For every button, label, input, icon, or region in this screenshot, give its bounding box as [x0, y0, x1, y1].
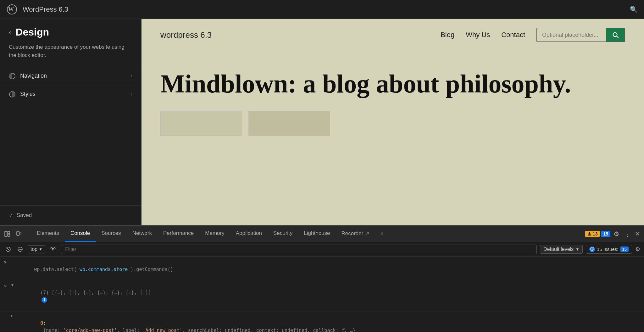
devtools-panel: Elements Console Sources Network Perform…	[0, 225, 644, 332]
preview-hero: Mindblown: a blog about philosophy.	[142, 51, 644, 111]
svg-line-5	[617, 36, 618, 38]
tab-memory[interactable]: Memory	[199, 226, 230, 242]
svg-rect-6	[5, 231, 7, 236]
svg-text:W: W	[8, 6, 14, 13]
styles-icon	[9, 91, 16, 97]
tab-console[interactable]: Console	[65, 226, 96, 242]
chevron-right-icon: ›	[130, 73, 132, 79]
devtools-more-icon[interactable]: ⋮	[622, 228, 632, 240]
wordpress-logo: W	[6, 4, 18, 15]
devtools-inspect-icon[interactable]	[3, 229, 12, 239]
preview-cards	[142, 111, 644, 136]
preview-search-box	[536, 28, 625, 42]
navigation-icon	[9, 73, 16, 79]
preview-card-2	[248, 111, 330, 136]
tab-performance[interactable]: Performance	[158, 226, 199, 242]
issues-info-icon: ⓘ	[589, 246, 595, 252]
preview-search-button[interactable]	[606, 28, 625, 42]
console-output-array: (7) [{…}, {…}, {…}, {…}, {…}, {…}, {…}] …	[18, 282, 640, 311]
array-info-icon: i	[42, 297, 47, 303]
issues-count-badge: 15	[620, 246, 629, 252]
tab-recorder[interactable]: Recorder ↗	[336, 226, 375, 242]
console-output-line-0: < ▼ (7) [{…}, {…}, {…}, {…}, {…}, {…}, {…	[0, 281, 644, 312]
console-filter-input[interactable]	[61, 245, 537, 254]
svg-rect-10	[20, 232, 21, 235]
console-clear-icon[interactable]	[4, 245, 13, 254]
tab-network[interactable]: Network	[127, 226, 158, 242]
chevron-down-icon: ▼	[39, 247, 42, 252]
devtools-tab-icons	[3, 229, 27, 239]
issues-label: 15 Issues:	[597, 246, 618, 252]
top-context-selector[interactable]: top ▼	[28, 245, 45, 253]
preview-area: wordpress 6.3 Blog Why Us Contact Mindb	[142, 19, 644, 225]
preview-headline: Mindblown: a blog about philosophy.	[160, 70, 625, 98]
svg-rect-7	[8, 231, 10, 234]
preview-nav: Blog Why Us Contact	[441, 28, 625, 42]
preview-header: wordpress 6.3 Blog Why Us Contact	[142, 19, 644, 51]
console-toolbar: top ▼ 👁 Default levels ▼ ⓘ 15 Issues: 15…	[0, 242, 644, 257]
styles-label: Styles	[20, 91, 126, 97]
console-gear-icon[interactable]: ⚙	[635, 246, 640, 253]
saved-label: Saved	[17, 212, 32, 219]
console-return-icon: <	[4, 282, 9, 290]
sidebar-title: Design	[15, 26, 49, 38]
console-input-line: > wp.data.select( wp.commands.store ).ge…	[0, 258, 644, 281]
devtools-settings-icon[interactable]: ⚙	[612, 228, 621, 240]
preview-site-title: wordpress 6.3	[160, 30, 212, 40]
console-prompt-icon: >	[4, 259, 9, 266]
devtools-mobile-icon[interactable]	[14, 229, 23, 239]
warning-count: 13	[593, 231, 598, 236]
info-badge[interactable]: 15	[601, 231, 610, 237]
console-block-icon[interactable]	[16, 245, 25, 254]
devtools-close-button[interactable]: ✕	[634, 229, 641, 239]
preview-nav-blog[interactable]: Blog	[441, 31, 454, 39]
sidebar-item-styles[interactable]: Styles ›	[0, 85, 141, 103]
sidebar-nav: Navigation › Styles ›	[0, 67, 141, 103]
sidebar-footer: ✓ Saved	[0, 205, 141, 225]
devtools-tabs: Elements Console Sources Network Perform…	[0, 226, 644, 242]
top-bar: W WordPress 6.3 🔍	[0, 0, 644, 19]
issues-button[interactable]: ⓘ 15 Issues: 15	[586, 245, 632, 254]
back-button[interactable]: ‹	[9, 28, 11, 36]
preview-nav-contact[interactable]: Contact	[501, 31, 525, 39]
console-input-text: wp.data.select( wp.commands.store ).getC…	[11, 259, 640, 280]
svg-line-12	[7, 248, 9, 251]
tab-security[interactable]: Security	[268, 226, 298, 242]
info-count: 15	[603, 231, 608, 236]
chevron-right-icon-2: ›	[130, 91, 132, 97]
tab-application[interactable]: Application	[230, 226, 268, 242]
svg-rect-9	[17, 231, 19, 235]
main-area: ‹ Design Customize the appearance of you…	[0, 19, 644, 225]
tab-lighthouse[interactable]: Lighthouse	[298, 226, 336, 242]
site-title: WordPress 6.3	[23, 5, 68, 14]
levels-label: Default levels	[543, 246, 574, 252]
console-output: > wp.data.select( wp.commands.store ).ge…	[0, 257, 644, 332]
search-icon[interactable]: 🔍	[630, 6, 638, 13]
warning-icon: ⚠	[587, 231, 591, 236]
chevron-down-icon-2: ▼	[575, 247, 579, 252]
top-label: top	[31, 246, 37, 252]
sidebar-item-navigation[interactable]: Navigation ›	[0, 67, 141, 85]
saved-checkmark-icon: ✓	[9, 212, 14, 219]
preview-card-1	[160, 111, 242, 136]
entry-0-text: 0: {name: 'core/add-new-post', label: 'A…	[18, 313, 640, 332]
preview-search-input[interactable]	[537, 29, 606, 41]
sidebar: ‹ Design Customize the appearance of you…	[0, 19, 142, 225]
devtools-tab-actions: ⚠ 13 15 ⚙ ⋮ ✕	[585, 228, 641, 240]
tab-more[interactable]: »	[375, 226, 389, 242]
navigation-label: Navigation	[20, 73, 126, 79]
expand-icon-0[interactable]: ▼	[11, 282, 16, 288]
expand-icon-entry-0[interactable]: ►	[11, 313, 16, 318]
svg-rect-8	[8, 234, 10, 236]
sidebar-header: ‹ Design	[0, 19, 141, 41]
sidebar-description: Customize the appearance of your website…	[0, 41, 141, 67]
log-levels-selector[interactable]: Default levels ▼	[540, 245, 583, 254]
tab-elements[interactable]: Elements	[31, 226, 65, 242]
preview-nav-whyus[interactable]: Why Us	[466, 31, 490, 39]
warning-badge[interactable]: ⚠ 13	[585, 231, 600, 237]
tab-sources[interactable]: Sources	[96, 226, 126, 242]
console-eye-icon[interactable]: 👁	[48, 244, 58, 254]
console-entry-0: ► 0: {name: 'core/add-new-post', label: …	[0, 312, 644, 332]
